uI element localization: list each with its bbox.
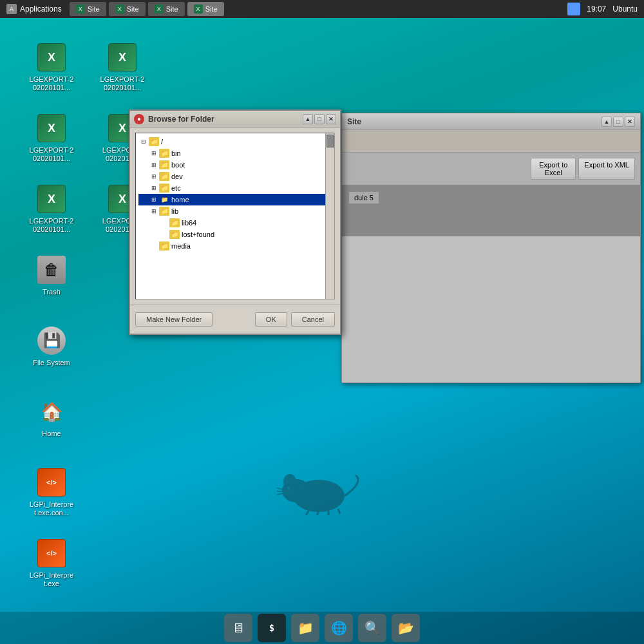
taskbar-window-site-4[interactable]: X Site	[187, 2, 224, 16]
lgpi2-label: LGPi_Interpret.exe	[30, 571, 73, 588]
desktop-icon-lgpi2[interactable]: </> LGPi_Interpret.exe	[23, 538, 80, 588]
tree-label-home: home	[171, 196, 189, 204]
expander-dev: ⊞	[149, 171, 159, 182]
site-toolbar	[342, 130, 640, 153]
site4-label: Site	[205, 5, 218, 13]
site-minimize-btn[interactable]: ▲	[601, 117, 612, 127]
taskbar-window-site-2[interactable]: X Site	[109, 2, 146, 16]
home-icon: 🏠	[36, 396, 67, 427]
trash-label: Trash	[43, 288, 61, 296]
dock-monitor[interactable]: 🖥	[224, 614, 252, 642]
desktop-icon-filesystem[interactable]: 💾 File System	[23, 325, 80, 367]
dialog-title: Browse for Folder	[148, 115, 214, 124]
site-window-title: Site	[347, 117, 361, 126]
folder-icon-etc: 📁	[159, 184, 169, 193]
tree-label-lib: lib	[171, 207, 178, 215]
dock-search[interactable]: 🔍	[358, 614, 386, 642]
dock-folder[interactable]: 📂	[392, 614, 420, 642]
cancel-button[interactable]: Cancel	[291, 312, 335, 327]
tree-item-media[interactable]: ⊞ 📁 media	[138, 240, 332, 252]
clock: 19:07	[587, 5, 606, 14]
folder-tree-inner: ⊟ 📁 / ⊞ 📁 bin ⊞ 📁 boot	[136, 133, 334, 254]
desktop-icon-home[interactable]: 🏠 Home	[23, 396, 80, 438]
tree-item-bin[interactable]: ⊞ 📁 bin	[138, 147, 332, 159]
tree-item-boot[interactable]: ⊞ 📁 boot	[138, 159, 332, 171]
export-excel-button[interactable]: Export toExcel	[531, 158, 576, 180]
lgpi2-icon: </>	[36, 538, 67, 569]
desktop-icon-lgexport2[interactable]: X LGEXPORT-202020101...	[93, 42, 151, 92]
dialog-titlebar-controls: ▲ □ ✕	[303, 114, 336, 124]
expander-boot: ⊞	[149, 160, 159, 170]
tree-scrollbar[interactable]	[325, 133, 334, 299]
dock-terminal[interactable]: $	[258, 614, 286, 642]
make-new-folder-button[interactable]: Make New Folder	[135, 312, 213, 327]
desktop-icon-lgpi1[interactable]: </> LGPi_Interpret.exe.con...	[23, 467, 80, 517]
folder-icon-dev: 📁	[159, 172, 169, 181]
lgexport3-label: LGEXPORT-202020101...	[30, 146, 74, 163]
dialog-buttons: Make New Folder OK Cancel	[130, 305, 340, 334]
site-maximize-btn[interactable]: □	[613, 117, 623, 127]
tree-item-lostfound[interactable]: ⊞ 📁 lost+found	[138, 229, 332, 240]
folder-icon-home: 📁	[159, 195, 169, 204]
tree-label-boot: boot	[171, 161, 185, 169]
dialog-close-btn[interactable]: ✕	[326, 114, 336, 124]
lgexport2-label: LGEXPORT-202020101...	[100, 75, 145, 92]
tree-item-lib64[interactable]: ⊞ 📁 lib64	[138, 217, 332, 229]
tree-label-lostfound: lost+found	[182, 231, 214, 238]
desktop-icon-lgexport1[interactable]: X LGEXPORT-202020101...	[23, 42, 80, 92]
folder-icon-lib64: 📁	[169, 218, 180, 227]
tree-label-media: media	[171, 242, 191, 250]
taskbar-window-site-3[interactable]: X Site	[148, 2, 185, 16]
tree-item-etc[interactable]: ⊞ 📁 etc	[138, 182, 332, 194]
taskbar-top: A Applications X Site X Site X Site X Si…	[0, 0, 644, 18]
tree-item-home[interactable]: ⊞ 📁 home	[138, 194, 332, 205]
site3-icon: X	[155, 5, 164, 14]
folder-tree[interactable]: ⊟ 📁 / ⊞ 📁 bin ⊞ 📁 boot	[135, 133, 335, 299]
tree-label-bin: bin	[171, 149, 181, 157]
svg-line-4	[306, 510, 309, 515]
folder-icon-lib: 📁	[159, 207, 169, 216]
lgexport5-icon: X	[36, 184, 67, 214]
lgpi1-label: LGPi_Interpret.exe.con...	[30, 500, 73, 517]
dock-files[interactable]: 📁	[291, 614, 319, 642]
home-label: Home	[42, 430, 61, 438]
taskbar-right: 19:07 Ubuntu	[567, 3, 644, 15]
folder-icon-lostfound: 📁	[169, 230, 180, 239]
lgexport1-icon: X	[36, 42, 67, 73]
tree-item-dev[interactable]: ⊞ 📁 dev	[138, 171, 332, 182]
desktop-icon-lgexport3[interactable]: X LGEXPORT-202020101...	[23, 113, 80, 163]
applications-label: Applications	[20, 5, 62, 14]
module-tab: dule 5	[348, 191, 379, 204]
desktop-icon-lgexport5[interactable]: X LGEXPORT-202020101...	[23, 184, 80, 234]
expander-root: ⊟	[138, 137, 149, 147]
applications-menu[interactable]: A Applications	[0, 0, 68, 18]
ok-button[interactable]: OK	[255, 312, 287, 327]
site1-icon: X	[76, 5, 85, 14]
folder-icon-media: 📁	[159, 242, 169, 251]
filesystem-icon: 💾	[36, 325, 67, 356]
lgpi1-icon: </>	[36, 467, 67, 498]
dock-globe[interactable]: 🌐	[325, 614, 353, 642]
desktop-icon-trash[interactable]: 🗑 Trash	[23, 254, 80, 296]
site2-label: Site	[127, 5, 139, 13]
dialog-buttons-right: OK Cancel	[255, 312, 335, 327]
folder-icon-boot: 📁	[159, 160, 169, 169]
scrollbar-thumb	[327, 135, 334, 147]
expander-etc: ⊞	[149, 183, 159, 193]
export-xml-button[interactable]: Export to XML	[578, 158, 635, 180]
taskbar-window-site-1[interactable]: X Site	[70, 2, 106, 16]
site-close-btn[interactable]: ✕	[625, 117, 635, 127]
tree-item-lib[interactable]: ⊞ 📁 lib	[138, 205, 332, 217]
applications-icon: A	[6, 4, 17, 14]
tree-item-root[interactable]: ⊟ 📁 /	[138, 136, 332, 147]
tree-label-dev: dev	[171, 173, 183, 180]
lgexport5-label: LGEXPORT-202020101...	[30, 217, 74, 234]
bottom-dock: 🖥 $ 📁 🌐 🔍 📂	[0, 612, 644, 644]
dialog-minimize-btn[interactable]: ▲	[303, 114, 313, 124]
site4-icon: X	[194, 5, 203, 14]
tree-label-lib64: lib64	[182, 219, 196, 227]
dialog-maximize-btn[interactable]: □	[314, 114, 325, 124]
dialog-content: ⊟ 📁 / ⊞ 📁 bin ⊞ 📁 boot	[130, 128, 340, 305]
svg-line-7	[338, 509, 340, 514]
folder-icon-bin: 📁	[159, 149, 169, 158]
